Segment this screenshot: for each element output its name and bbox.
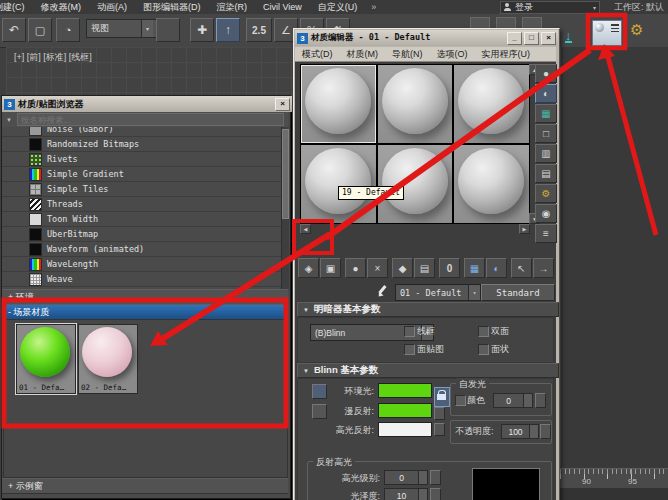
self-illumination-map-button[interactable] xyxy=(535,393,546,408)
specular-level-map-button[interactable] xyxy=(430,470,441,485)
go-to-parent-icon[interactable]: ↖ xyxy=(511,258,532,278)
selection-set-dropdown[interactable]: 视图 ▾ xyxy=(86,19,158,38)
pick-material-pencil-icon[interactable] xyxy=(377,285,388,296)
menu-civil-view[interactable]: Civil View xyxy=(255,0,310,14)
make-preview-icon[interactable]: ▤ xyxy=(535,164,557,183)
scroll-left-icon[interactable]: ◀ xyxy=(300,224,311,234)
selection-region-icon[interactable]: ▢ xyxy=(28,18,52,42)
sample-slot[interactable] xyxy=(454,65,529,143)
mirror-icon[interactable] xyxy=(156,18,180,42)
ambient-diffuse-lock-icon[interactable] xyxy=(312,384,327,399)
put-to-library-icon[interactable]: ▤ xyxy=(414,258,435,278)
menu-animation[interactable]: 动画(A) xyxy=(89,0,135,14)
section-environment[interactable]: + 环境 xyxy=(2,289,288,305)
lock-icon[interactable] xyxy=(434,387,450,407)
material-type-button[interactable]: Standard xyxy=(481,284,555,301)
menu-navigation[interactable]: 导航(N) xyxy=(385,48,430,61)
wire-checkbox[interactable] xyxy=(404,326,415,337)
menu-options[interactable]: 选项(O) xyxy=(430,48,475,61)
editor-title-bar[interactable]: 3 材质编辑器 - 01 - Default _ □ × xyxy=(295,30,558,46)
spinner-arrows-icon[interactable] xyxy=(523,394,532,407)
specular-map-button[interactable] xyxy=(434,423,445,436)
shader-type-dropdown[interactable]: (B)Blinn ▾ xyxy=(310,324,434,341)
material-map-navigator-icon[interactable]: ≡ xyxy=(535,224,557,243)
spinner-arrows-icon[interactable] xyxy=(529,425,538,438)
show-map-in-viewport-icon[interactable]: ▦ xyxy=(464,258,485,278)
list-item[interactable]: Threads xyxy=(2,197,281,212)
menu-rendering[interactable]: 渲染(R) xyxy=(209,0,256,14)
color-checkbox[interactable] xyxy=(455,395,466,406)
time-ruler[interactable]: 90 95 xyxy=(560,468,668,489)
two-sided-checkbox[interactable] xyxy=(478,326,489,337)
menu-material[interactable]: 材质(M) xyxy=(340,48,386,61)
ambient-color-swatch[interactable] xyxy=(378,383,432,398)
menu-create[interactable]: 创建(C) xyxy=(0,0,33,14)
sample-slot[interactable] xyxy=(301,65,376,143)
make-unique-icon[interactable]: ◆ xyxy=(392,258,413,278)
background-icon[interactable]: ▦ xyxy=(535,104,557,123)
pick-object-icon[interactable]: ◔ xyxy=(56,18,80,42)
search-input[interactable] xyxy=(17,113,284,126)
sample-slot[interactable] xyxy=(378,145,453,223)
rollout-blinn-basic-params[interactable]: ▼ Blinn 基本参数 xyxy=(297,363,559,378)
workspace-selector[interactable]: 工作区: 默认 xyxy=(614,1,664,14)
select-by-material-icon[interactable]: ◉ xyxy=(535,204,557,223)
redo-icon[interactable]: ↶ xyxy=(2,18,26,42)
list-item[interactable]: Weave xyxy=(2,272,281,287)
menu-modes[interactable]: 模式(D) xyxy=(295,48,340,61)
section-scene-materials[interactable]: - 场景材质 xyxy=(2,304,288,320)
menu-customize[interactable]: 自定义(U) xyxy=(310,0,366,14)
download-arrow-icon[interactable]: ↓ xyxy=(565,30,572,43)
material-name-dropdown[interactable]: 01 - Default ▾ xyxy=(395,284,481,301)
backlight-icon[interactable]: ◐ xyxy=(535,84,557,103)
select-and-move-icon[interactable]: ✚ xyxy=(190,18,214,42)
viewport-right[interactable] xyxy=(560,47,668,500)
scrollbar[interactable] xyxy=(281,127,289,289)
specular-level-spinner[interactable]: 0 xyxy=(384,470,428,485)
video-color-check-icon[interactable]: ▥ xyxy=(535,144,557,163)
scrollbar-thumb[interactable] xyxy=(282,129,289,219)
material-editor-icon[interactable] xyxy=(592,20,622,46)
material-thumbnail-01[interactable]: 01 - Defa… xyxy=(16,324,76,394)
material-id-channel-icon[interactable]: 0 xyxy=(439,258,460,278)
sign-in-control[interactable]: 登录 ▾ xyxy=(500,1,600,14)
menu-utilities[interactable]: 实用程序(U) xyxy=(475,48,538,61)
section-sample-windows[interactable]: + 示例窗 xyxy=(2,478,288,494)
list-item[interactable]: Toon Width xyxy=(2,212,281,227)
faceted-checkbox[interactable] xyxy=(478,344,489,355)
sample-slot[interactable] xyxy=(378,65,453,143)
list-item[interactable]: WaveLength xyxy=(2,257,281,272)
show-end-result-icon[interactable]: ◐ xyxy=(486,258,507,278)
opacity-spinner[interactable]: 100 xyxy=(501,424,539,439)
browser-title-bar[interactable]: 3 材质/贴图浏览器 × xyxy=(2,96,292,112)
close-icon[interactable]: × xyxy=(275,98,290,111)
glossiness-map-button[interactable] xyxy=(430,488,441,500)
assign-material-icon[interactable]: ● xyxy=(345,258,366,278)
material-thumbnail-02[interactable]: 02 - Defa… xyxy=(78,324,138,394)
put-material-to-scene-icon[interactable]: ▣ xyxy=(320,258,341,278)
glossiness-spinner[interactable]: 10 xyxy=(384,488,428,500)
restore-icon[interactable]: □ xyxy=(524,32,539,45)
sample-type-icon[interactable]: ● xyxy=(535,64,557,83)
list-item[interactable]: Rivets xyxy=(2,152,281,167)
list-item[interactable]: Randomized Bitmaps xyxy=(2,137,281,152)
list-item[interactable]: Simple Gradient xyxy=(2,167,281,182)
specular-color-swatch[interactable] xyxy=(378,422,432,437)
go-forward-sibling-icon[interactable]: → xyxy=(533,258,554,278)
list-item[interactable]: Simple Tiles xyxy=(2,182,281,197)
self-illumination-spinner[interactable]: 0 xyxy=(493,393,533,408)
reset-map-icon[interactable]: × xyxy=(367,258,388,278)
rollout-shader-basic-params[interactable]: ▼ 明暗器基本参数 xyxy=(297,302,559,317)
face-map-checkbox[interactable] xyxy=(404,344,415,355)
close-icon[interactable]: × xyxy=(541,32,556,45)
diffuse-color-swatch[interactable] xyxy=(378,403,432,418)
list-item[interactable]: UberBitmap xyxy=(2,227,281,242)
snaps-toggle-icon[interactable]: 2.5 xyxy=(246,18,272,42)
minimize-icon[interactable]: _ xyxy=(507,32,522,45)
lock-diffuse-icon[interactable] xyxy=(312,404,327,419)
menu-graph-editors[interactable]: 图形编辑器(D) xyxy=(135,0,209,14)
menu-overflow-chevron[interactable]: » xyxy=(365,0,382,14)
list-item[interactable]: Noise (Gabor) xyxy=(2,127,281,137)
get-material-icon[interactable]: ◈ xyxy=(298,258,319,278)
scroll-right-icon[interactable]: ▶ xyxy=(519,224,530,234)
